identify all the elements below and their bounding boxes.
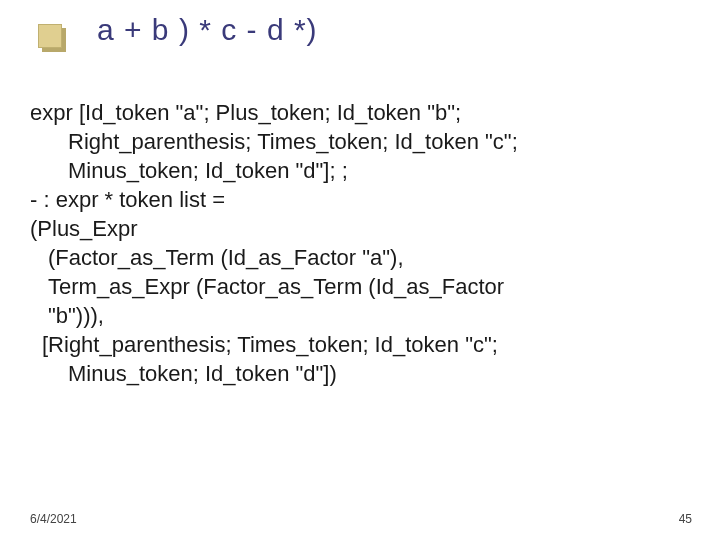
title-bullet-icon bbox=[38, 24, 62, 48]
body-line: Minus_token; Id_token "d"]) bbox=[30, 359, 690, 388]
body-line: expr [Id_token "a"; Plus_token; Id_token… bbox=[30, 98, 690, 127]
footer-date: 6/4/2021 bbox=[30, 512, 77, 526]
body-line: - : expr * token list = bbox=[30, 185, 690, 214]
body-line: Term_as_Expr (Factor_as_Term (Id_as_Fact… bbox=[30, 272, 690, 301]
body-line: (Plus_Expr bbox=[30, 214, 690, 243]
body-line: Minus_token; Id_token "d"]; ; bbox=[30, 156, 690, 185]
body-line: "b"))), bbox=[30, 301, 690, 330]
slide: a + b ) * c - d *) expr [Id_token "a"; P… bbox=[0, 0, 720, 540]
body-line: [Right_parenthesis; Times_token; Id_toke… bbox=[30, 330, 690, 359]
footer-page-number: 45 bbox=[679, 512, 692, 526]
body-line: (Factor_as_Term (Id_as_Factor "a"), bbox=[30, 243, 690, 272]
slide-title: a + b ) * c - d *) bbox=[97, 13, 318, 47]
body-line: Right_parenthesis; Times_token; Id_token… bbox=[30, 127, 690, 156]
slide-body: expr [Id_token "a"; Plus_token; Id_token… bbox=[30, 98, 690, 388]
